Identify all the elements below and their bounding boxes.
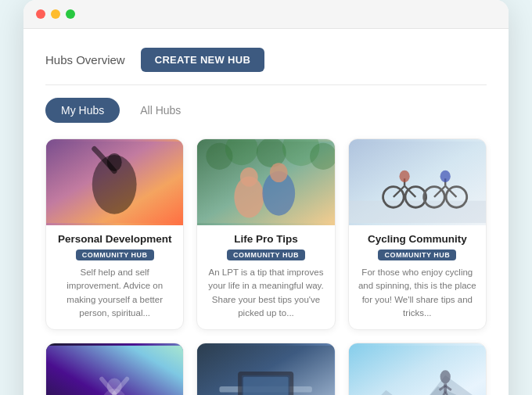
card-title-lifepro: Life Pro Tips <box>207 233 325 245</box>
maximize-dot[interactable] <box>66 9 75 19</box>
tab-all-hubs[interactable]: All Hubs <box>124 98 196 123</box>
cards-grid: Personal Development COMMUNITY HUB Self … <box>45 138 487 395</box>
tab-my-hubs[interactable]: My Hubs <box>45 98 120 123</box>
hubs-overview-label: Hubs Overview <box>45 53 125 66</box>
svg-point-26 <box>440 171 450 182</box>
card-title-cycling: Cycling Community <box>358 233 476 245</box>
card-cycling-community[interactable]: Cycling Community COMMUNITY HUB For thos… <box>348 138 487 330</box>
svg-point-20 <box>399 171 409 182</box>
minimize-dot[interactable] <box>51 9 60 19</box>
card-personal-development[interactable]: Personal Development COMMUNITY HUB Self … <box>45 138 184 330</box>
card-badge-personal: COMMUNITY HUB <box>76 250 154 260</box>
card-image-bottom2 <box>197 343 334 395</box>
tabs-row: My Hubs All Hubs <box>45 98 487 123</box>
card-desc-lifepro: An LPT is a tip that improves your life … <box>207 266 325 320</box>
title-bar <box>23 0 509 29</box>
card-body-lifepro: Life Pro Tips COMMUNITY HUB An LPT is a … <box>197 225 334 329</box>
card-body-cycling: Cycling Community COMMUNITY HUB For thos… <box>349 225 486 329</box>
card-image-bottom1 <box>46 343 183 395</box>
card-bottom-3[interactable] <box>348 343 487 395</box>
create-new-hub-button[interactable]: CREATE NEW HUB <box>141 48 264 72</box>
svg-rect-38 <box>243 377 289 395</box>
card-image-personal <box>46 139 183 225</box>
card-desc-cycling: For those who enjoy cycling and spinning… <box>358 266 476 320</box>
card-life-pro-tips[interactable]: Life Pro Tips COMMUNITY HUB An LPT is a … <box>196 138 335 330</box>
card-desc-personal: Self help and self improvement. Advice o… <box>56 266 174 320</box>
close-dot[interactable] <box>36 9 45 19</box>
card-title-personal: Personal Development <box>56 233 174 245</box>
svg-rect-14 <box>349 201 486 223</box>
svg-point-42 <box>440 370 450 383</box>
header-divider <box>45 84 487 85</box>
svg-rect-39 <box>349 346 486 395</box>
card-image-lifepro <box>197 139 334 225</box>
card-image-cycling <box>349 139 486 225</box>
card-bottom-2[interactable] <box>196 343 335 395</box>
card-badge-lifepro: COMMUNITY HUB <box>227 250 305 260</box>
card-badge-cycling: COMMUNITY HUB <box>378 250 456 260</box>
svg-point-10 <box>240 167 258 187</box>
header-row: Hubs Overview CREATE NEW HUB <box>45 48 487 72</box>
card-bottom-1[interactable] <box>45 343 184 395</box>
main-content: Hubs Overview CREATE NEW HUB My Hubs All… <box>23 29 509 395</box>
svg-point-12 <box>270 163 288 182</box>
card-body-personal: Personal Development COMMUNITY HUB Self … <box>46 225 183 329</box>
card-image-bottom3 <box>349 343 486 395</box>
app-window: Hubs Overview CREATE NEW HUB My Hubs All… <box>23 0 509 395</box>
